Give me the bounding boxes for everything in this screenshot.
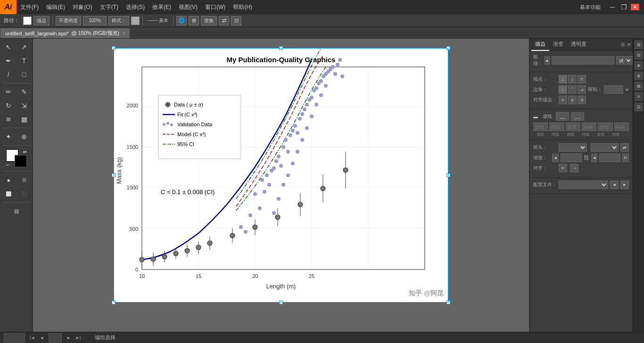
brush-tool[interactable]: ✏ (1, 85, 16, 98)
page-next-btn[interactable]: ► (66, 335, 71, 340)
scale1-input[interactable]: 100% (561, 154, 582, 162)
scale2-input[interactable]: 100% (599, 154, 620, 162)
corner-miter[interactable]: ⌐ (559, 85, 567, 94)
gap3[interactable] (614, 122, 629, 131)
limit-x-btn[interactable]: ✕ (625, 87, 629, 92)
style-swatch[interactable] (131, 16, 140, 25)
page-last-btn[interactable]: ►| (75, 335, 81, 340)
scale1-down[interactable]: ◄ (552, 154, 559, 162)
far-right-btn7[interactable]: ⊡ (635, 103, 643, 111)
far-right-btn4[interactable]: ⊗ (635, 72, 643, 80)
arrow-end-select[interactable] (591, 143, 619, 152)
minimize-button[interactable]: ─ (608, 4, 617, 10)
handle-ml[interactable] (112, 173, 116, 177)
globe-btn[interactable]: 🌐 (176, 16, 187, 25)
eyedropper-tool[interactable]: ✦ (1, 130, 16, 143)
canvas-area[interactable]: My Publication-Quality Graphics (33, 39, 529, 332)
limit-input[interactable] (604, 85, 623, 94)
dashed-collapse-icon[interactable]: ▬ (533, 114, 538, 119)
panel-collapse-btn[interactable]: ✕ (627, 42, 631, 47)
zoom-input[interactable]: 150% (4, 333, 25, 343)
align-center[interactable]: ≡ (559, 96, 567, 104)
menu-object[interactable]: 对象(O) (69, 0, 96, 14)
panel-options-btn[interactable]: ☰ (621, 42, 625, 47)
corner-round[interactable]: ⌒ (568, 85, 577, 94)
handle-tr[interactable] (446, 46, 450, 50)
warp-tool[interactable]: ≋ (1, 113, 16, 126)
align-inside[interactable]: ⊏ (568, 96, 577, 104)
align2-btn1[interactable]: ⊢ (559, 164, 567, 172)
swap-arrows-btn[interactable]: ⇄ (620, 143, 629, 152)
opacity-input[interactable] (83, 16, 107, 25)
direct-select-tool[interactable]: ↗ (17, 41, 32, 54)
menu-text[interactable]: 文字(T) (96, 0, 122, 14)
weight-unit[interactable]: pt (616, 56, 633, 65)
opacity-dropdown[interactable]: 不透明度 (56, 16, 81, 25)
reset-colors-icon[interactable]: ↩ (6, 163, 10, 167)
swap-colors-icon[interactable]: ⇄ (23, 149, 27, 154)
zoom-tool[interactable]: ⊕ (17, 130, 32, 143)
dashed-toggle2[interactable]: ⎯ ⎯ (571, 112, 584, 121)
line-tool[interactable]: / (1, 68, 16, 81)
menu-select[interactable]: 选择(S) (122, 0, 149, 14)
handle-tm[interactable] (279, 46, 283, 50)
cap-butt[interactable]: | (559, 75, 567, 83)
document-tab[interactable]: untitled_set8_largewin.eps* @ 150% (RGB/… (0, 28, 130, 38)
handle-br[interactable] (446, 301, 450, 304)
cap-round[interactable]: ) (568, 75, 577, 83)
page-first-btn[interactable]: |◄ (30, 335, 35, 340)
profile-next-btn[interactable]: ► (620, 180, 629, 189)
dash3[interactable] (598, 122, 612, 131)
draw-inside[interactable]: ⬛ (17, 187, 32, 200)
menu-window[interactable]: 窗口(W) (201, 0, 229, 14)
chart-tool[interactable]: ▤ (9, 204, 24, 218)
flip-btn[interactable]: ⇄ (219, 16, 229, 25)
align2-btn2[interactable]: ⊣ (570, 164, 578, 172)
menu-effect[interactable]: 效果(E) (149, 0, 175, 14)
restore-button[interactable]: ❐ (619, 4, 628, 10)
close-button[interactable]: ✕ (631, 4, 639, 10)
transform-btn[interactable]: 变换 (201, 16, 217, 25)
fill-btn[interactable]: ■ (1, 173, 16, 187)
far-right-btn5[interactable]: ⊞ (635, 82, 643, 90)
far-right-btn3[interactable]: ⊕ (635, 61, 643, 70)
align-btn[interactable]: ⊡ (231, 16, 241, 25)
gap1[interactable] (549, 122, 564, 131)
menu-help[interactable]: 帮助(H) (229, 0, 256, 14)
background-color[interactable] (15, 155, 27, 167)
corner-bevel[interactable]: ⊿ (578, 85, 586, 94)
no-fill-btn[interactable]: ☒ (17, 173, 32, 187)
handle-tl[interactable] (112, 46, 116, 50)
arrow-start-select[interactable] (559, 143, 587, 152)
tab-gradient[interactable]: 渐变 (549, 39, 567, 51)
dash2[interactable] (566, 122, 580, 131)
menu-file[interactable]: 文件(F) (17, 0, 42, 14)
scale-tool[interactable]: ⇲ (17, 99, 32, 112)
gradient-tool[interactable]: ▦ (17, 113, 32, 126)
style-dropdown[interactable]: 样式： (108, 16, 129, 25)
page-prev-btn[interactable]: ◄ (40, 335, 44, 340)
shape-tool[interactable]: □ (17, 68, 32, 81)
page-input[interactable]: 1 (49, 333, 62, 343)
menu-view[interactable]: 视图(V) (175, 0, 201, 14)
tab-transparency[interactable]: 透明度 (567, 39, 590, 51)
cap-square[interactable]: ⊓ (578, 75, 586, 83)
scale2-refresh[interactable]: ↻ (622, 154, 629, 162)
scale2-down[interactable]: ◄ (591, 154, 598, 162)
text-tool[interactable]: T (17, 54, 32, 67)
pen-tool[interactable]: ✒ (1, 54, 16, 67)
pencil-tool[interactable]: ✎ (17, 85, 32, 98)
menu-edit[interactable]: 编辑(E) (42, 0, 69, 14)
weight-stepper-up[interactable]: ▲ (545, 56, 550, 65)
profile-select[interactable] (559, 180, 608, 189)
rotate-tool[interactable]: ↻ (1, 99, 16, 112)
far-right-btn2[interactable]: ⊟ (635, 51, 643, 59)
weight-input[interactable] (552, 56, 614, 65)
dash1[interactable] (533, 122, 548, 131)
arrange-btn[interactable]: ⊞ (189, 16, 199, 25)
tab-stroke[interactable]: 描边 (531, 39, 549, 51)
normal-mode[interactable]: ⬜ (1, 187, 16, 200)
stroke-dropdown[interactable]: 描边 (33, 16, 50, 25)
tab-close-btn[interactable]: × (122, 31, 125, 36)
far-right-btn6[interactable]: ≡ (635, 92, 643, 101)
